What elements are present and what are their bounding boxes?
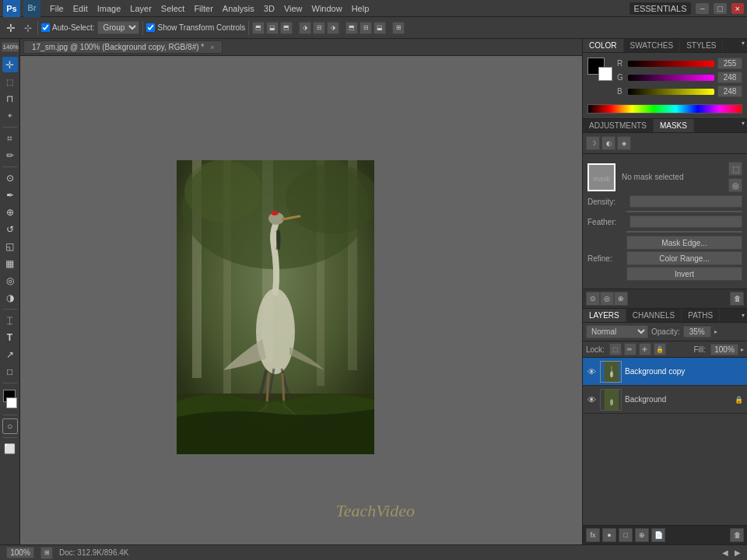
document-tab[interactable]: 17_sm.jpg @ 100% (Background copy, RGB/8… bbox=[23, 40, 223, 54]
type-tool[interactable]: T bbox=[2, 330, 18, 345]
blend-mode-select[interactable]: Normal Multiply Screen Overlay bbox=[586, 325, 648, 338]
invert-btn[interactable]: Invert bbox=[626, 267, 742, 281]
menu-layer[interactable]: Layer bbox=[125, 2, 156, 15]
layer-mask-icon[interactable]: □ bbox=[619, 528, 633, 542]
mask-edge-btn[interactable]: Mask Edge... bbox=[626, 236, 742, 250]
b-slider[interactable] bbox=[628, 89, 714, 95]
menu-help[interactable]: Help bbox=[347, 2, 374, 15]
fill-arrow[interactable]: ▸ bbox=[741, 346, 744, 353]
masks-icon-2[interactable]: ◎ bbox=[600, 292, 614, 306]
tab-layers[interactable]: LAYERS bbox=[583, 309, 626, 322]
align-left-icon[interactable]: ⬗ bbox=[299, 22, 311, 34]
layer-delete-icon[interactable]: 🗑 bbox=[730, 528, 744, 542]
next-btn[interactable]: ▶ bbox=[735, 548, 741, 557]
density-slider-track[interactable] bbox=[626, 211, 742, 212]
tab-paths[interactable]: PATHS bbox=[682, 309, 720, 322]
maximize-btn[interactable]: □ bbox=[714, 3, 727, 14]
auto-select-dropdown[interactable]: Group Layer bbox=[97, 21, 139, 34]
fill-input[interactable] bbox=[710, 344, 738, 355]
menu-window[interactable]: Window bbox=[307, 2, 347, 15]
path-select-tool[interactable]: ↗ bbox=[2, 347, 18, 362]
align-top-right-icon[interactable]: ⬒ bbox=[280, 22, 293, 34]
shape-tool[interactable]: □ bbox=[2, 364, 18, 380]
eyedropper-tool[interactable]: ✏ bbox=[2, 148, 18, 163]
adj-panel-collapse[interactable]: ▾ bbox=[739, 119, 747, 127]
align-right-icon[interactable]: ⬗ bbox=[327, 22, 339, 34]
minimize-btn[interactable]: − bbox=[696, 3, 708, 14]
feather-slider-track[interactable] bbox=[626, 231, 742, 233]
blur-tool[interactable]: ◎ bbox=[2, 273, 18, 289]
masks-icon-1[interactable]: ⊙ bbox=[586, 292, 600, 306]
add-pixel-mask-btn[interactable]: ⬚ bbox=[728, 162, 742, 176]
tab-channels[interactable]: CHANNELS bbox=[626, 309, 682, 322]
masks-icon-3[interactable]: ⊕ bbox=[614, 292, 628, 306]
lock-image-icon[interactable]: ✏ bbox=[624, 343, 637, 355]
move-tool[interactable]: ✛ bbox=[2, 57, 18, 72]
g-value[interactable] bbox=[717, 72, 742, 83]
essentials-label[interactable]: ESSENTIALS bbox=[630, 2, 692, 15]
feather-input[interactable] bbox=[630, 215, 742, 228]
healing-brush-tool[interactable]: ⊙ bbox=[2, 170, 18, 186]
selection-tool[interactable]: ⬚ bbox=[2, 74, 18, 89]
opacity-input[interactable] bbox=[683, 326, 711, 338]
dodge-tool[interactable]: ◑ bbox=[2, 290, 18, 306]
screen-mode-tool[interactable]: ⬜ bbox=[2, 441, 18, 457]
close-btn[interactable]: × bbox=[731, 3, 744, 14]
layer-visibility-icon[interactable]: 👁 bbox=[586, 366, 597, 377]
layer-item-background-copy[interactable]: 👁 Background copy bbox=[583, 358, 747, 386]
tab-masks[interactable]: MASKS bbox=[654, 119, 694, 132]
lock-transparent-icon[interactable]: ⬚ bbox=[609, 343, 622, 355]
prev-btn[interactable]: ◀ bbox=[722, 548, 728, 557]
color-range-btn[interactable]: Color Range... bbox=[626, 251, 742, 265]
masks-icon-delete[interactable]: 🗑 bbox=[730, 292, 744, 306]
g-slider[interactable] bbox=[628, 75, 714, 81]
tab-close[interactable]: × bbox=[210, 44, 214, 51]
menu-edit[interactable]: Edit bbox=[68, 2, 93, 15]
layer-visibility-icon-2[interactable]: 👁 bbox=[586, 394, 597, 405]
zoom-level-input[interactable] bbox=[6, 547, 34, 558]
quick-mask-tool[interactable]: ○ bbox=[2, 418, 18, 434]
tab-color[interactable]: COLOR bbox=[583, 39, 624, 52]
zoom-input[interactable]: 140% bbox=[2, 42, 19, 52]
density-input[interactable] bbox=[630, 195, 742, 208]
r-slider[interactable] bbox=[628, 61, 714, 67]
menu-filter[interactable]: Filter bbox=[189, 2, 217, 15]
menu-file[interactable]: File bbox=[45, 2, 68, 15]
align-top-left-icon[interactable]: ⬒ bbox=[252, 22, 265, 34]
layer-link-icon[interactable]: fx bbox=[586, 528, 600, 542]
menu-image[interactable]: Image bbox=[93, 2, 126, 15]
menu-3d[interactable]: 3D bbox=[259, 2, 279, 15]
lasso-tool[interactable]: ⊓ bbox=[2, 91, 18, 107]
align-bottom-center-icon[interactable]: ⊟ bbox=[359, 22, 372, 34]
tab-swatches[interactable]: SWATCHES bbox=[624, 39, 681, 52]
tab-styles[interactable]: STYLES bbox=[680, 39, 723, 52]
zoom-fit-icon[interactable]: ⊞ bbox=[40, 547, 53, 559]
align-top-center-icon[interactable]: ⬓ bbox=[266, 22, 279, 34]
brush-tool[interactable]: ✒ bbox=[2, 187, 18, 203]
menu-select[interactable]: Select bbox=[156, 2, 190, 15]
background-color[interactable] bbox=[6, 397, 17, 408]
layer-group-icon[interactable]: ⊕ bbox=[635, 528, 649, 542]
color-spectrum-bar[interactable] bbox=[587, 104, 742, 114]
color-panel-collapse[interactable]: ▾ bbox=[739, 39, 747, 47]
lock-all-icon[interactable]: 🔒 bbox=[654, 343, 666, 355]
quick-select-tool[interactable]: ⌖ bbox=[2, 108, 18, 124]
b-value[interactable] bbox=[717, 86, 742, 97]
layer-new-icon[interactable]: 📄 bbox=[651, 528, 665, 542]
add-vector-mask-btn[interactable]: ◎ bbox=[728, 178, 742, 192]
layer-fx-icon[interactable]: ● bbox=[602, 528, 616, 542]
layers-panel-collapse[interactable]: ▾ bbox=[739, 312, 747, 320]
gradient-tool[interactable]: ▦ bbox=[2, 256, 18, 271]
align-bottom-right-icon[interactable]: ⬓ bbox=[374, 22, 386, 34]
transform-controls-checkbox[interactable]: Show Transform Controls bbox=[146, 23, 245, 32]
distribute-icon[interactable]: ⊞ bbox=[392, 22, 405, 34]
history-brush-tool[interactable]: ↺ bbox=[2, 222, 18, 237]
layer-item-background[interactable]: 👁 Background 🔒 bbox=[583, 386, 747, 414]
r-value[interactable] bbox=[717, 58, 742, 69]
crop-tool[interactable]: ⌗ bbox=[2, 131, 18, 146]
opacity-arrow[interactable]: ▸ bbox=[714, 328, 717, 335]
auto-select-checkbox[interactable]: Auto-Select: bbox=[41, 23, 94, 32]
align-center-icon[interactable]: ⊟ bbox=[313, 22, 325, 34]
lock-position-icon[interactable]: ✛ bbox=[639, 343, 651, 355]
pen-tool[interactable]: ⌶ bbox=[2, 313, 18, 328]
